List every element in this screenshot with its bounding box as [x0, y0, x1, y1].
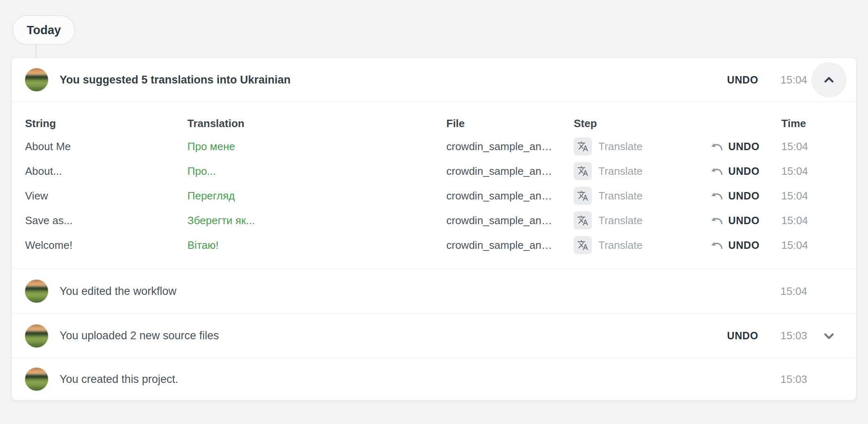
activity-time: 15:03 — [780, 373, 811, 386]
source-string: Save as... — [25, 214, 187, 227]
file-name: crowdin_sample_an… — [446, 190, 574, 202]
column-header-file: File — [446, 117, 574, 130]
activity-title: You edited the workflow — [60, 285, 758, 298]
table-row: Welcome! Вітаю! crowdin_sample_an… Trans… — [12, 233, 856, 257]
date-badge-label: Today — [27, 23, 61, 37]
activity-time: 15:04 — [780, 285, 811, 298]
file-name: crowdin_sample_an… — [446, 140, 574, 153]
date-badge-today: Today — [12, 15, 75, 45]
activity-entry-uploaded-files: You uploaded 2 new source files UNDO 15:… — [12, 313, 856, 358]
column-header-translation: Translation — [187, 117, 446, 130]
chevron-down-icon — [820, 327, 838, 345]
column-header-time: Time — [760, 117, 847, 130]
file-name: crowdin_sample_an… — [446, 239, 574, 252]
table-row: About Me Про мене crowdin_sample_an… Tra… — [12, 134, 856, 159]
undo-button-label: UNDO — [728, 239, 760, 251]
undo-button[interactable]: UNDO — [711, 165, 760, 177]
activity-card: You suggested 5 translations into Ukrain… — [12, 58, 856, 401]
activity-entry-edited-workflow: You edited the workflow 15:04 — [12, 269, 856, 313]
translation-string: Про мене — [187, 140, 446, 153]
source-string: View — [25, 190, 187, 202]
undo-arrow-icon — [711, 215, 724, 226]
row-time: 15:04 — [760, 190, 847, 202]
translation-string: Вітаю! — [187, 239, 446, 252]
undo-button-label: UNDO — [728, 165, 760, 177]
row-time: 15:04 — [760, 214, 847, 227]
activity-title: You uploaded 2 new source files — [60, 329, 727, 342]
translate-icon — [574, 211, 592, 229]
translate-icon — [574, 162, 592, 180]
avatar — [24, 324, 49, 348]
column-header-step: Step — [574, 117, 681, 130]
undo-arrow-icon — [711, 141, 724, 152]
undo-button[interactable]: UNDO — [727, 74, 758, 86]
undo-arrow-icon — [711, 190, 724, 201]
step-label: Translate — [598, 239, 642, 252]
translation-string: Про... — [187, 165, 446, 178]
undo-button-label: UNDO — [728, 190, 760, 202]
step-label: Translate — [598, 165, 642, 178]
expand-button[interactable] — [820, 327, 838, 345]
undo-button-label: UNDO — [728, 215, 760, 227]
undo-button[interactable]: UNDO — [727, 330, 758, 342]
activity-timeline: Today You suggested 5 translations into … — [0, 0, 868, 424]
avatar — [24, 367, 49, 392]
collapse-button[interactable] — [811, 62, 847, 97]
translate-icon — [574, 236, 592, 254]
table-row: About... Про... crowdin_sample_an… Trans… — [12, 159, 856, 183]
translate-icon — [574, 137, 592, 155]
undo-button[interactable]: UNDO — [711, 141, 760, 153]
step-label: Translate — [598, 190, 642, 202]
source-string: About... — [25, 165, 187, 178]
undo-button[interactable]: UNDO — [711, 239, 760, 251]
activity-entry-suggested-translations: You suggested 5 translations into Ukrain… — [12, 58, 856, 102]
undo-button[interactable]: UNDO — [711, 215, 760, 227]
table-row: Save as... Зберегти як... crowdin_sample… — [12, 208, 856, 233]
undo-button-label: UNDO — [727, 74, 758, 86]
column-header-string: String — [25, 117, 187, 130]
row-time: 15:04 — [760, 165, 847, 178]
undo-arrow-icon — [711, 166, 724, 176]
file-name: crowdin_sample_an… — [446, 165, 574, 178]
translate-icon — [574, 187, 592, 205]
source-string: About Me — [25, 140, 187, 153]
activity-title: You created this project. — [60, 373, 758, 386]
step-label: Translate — [598, 140, 642, 153]
table-header-row: String Translation File Step Time — [12, 113, 856, 134]
file-name: crowdin_sample_an… — [446, 214, 574, 227]
translations-table: String Translation File Step Time About … — [12, 102, 856, 269]
activity-time: 15:03 — [780, 329, 811, 342]
activity-time: 15:04 — [780, 74, 811, 86]
activity-entry-created-project: You created this project. 15:03 — [12, 358, 856, 400]
avatar — [24, 67, 49, 92]
avatar — [24, 279, 49, 304]
chevron-up-icon — [820, 71, 838, 88]
undo-button-label: UNDO — [727, 330, 758, 342]
row-time: 15:04 — [760, 140, 847, 153]
step-label: Translate — [598, 214, 642, 227]
row-time: 15:04 — [760, 239, 847, 252]
source-string: Welcome! — [25, 239, 187, 252]
undo-arrow-icon — [711, 240, 724, 250]
translation-string: Перегляд — [187, 190, 446, 202]
undo-button-label: UNDO — [728, 141, 760, 153]
translation-string: Зберегти як... — [187, 214, 446, 227]
undo-button[interactable]: UNDO — [711, 190, 760, 202]
timeline-connector — [35, 45, 37, 58]
table-row: View Перегляд crowdin_sample_an… Transla… — [12, 183, 856, 208]
activity-title: You suggested 5 translations into Ukrain… — [60, 73, 727, 86]
